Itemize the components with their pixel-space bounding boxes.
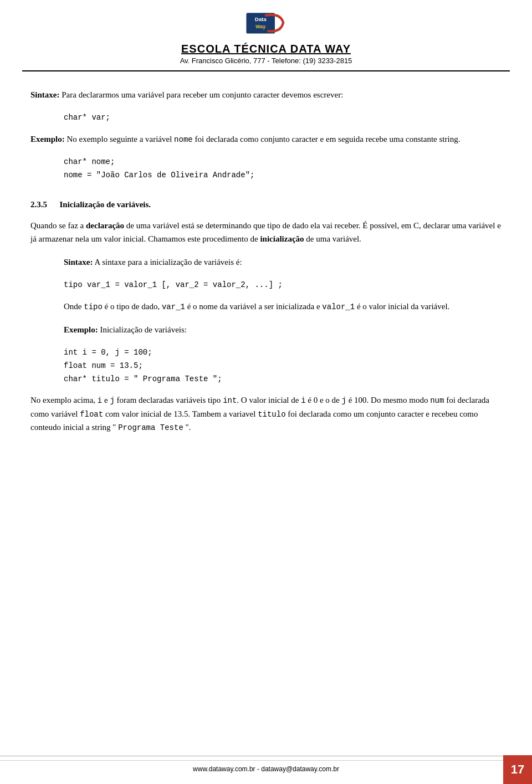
- exemplo-section: Exemplo: No exemplo seguinte a variável …: [30, 132, 502, 146]
- code-block-exemplo1: char* nome; nome = "João Carlos de Olive…: [64, 156, 502, 182]
- exemplo2-section: Exemplo: Inicialização de variáveis:: [64, 323, 502, 336]
- svg-text:Way: Way: [255, 24, 265, 29]
- section-235-heading: 2.3.5 Inicialização de variáveis.: [30, 198, 502, 211]
- noexemplo-float: float: [80, 410, 103, 419]
- sintaxe-intro-text: Para declararmos uma variável para receb…: [62, 90, 343, 99]
- school-subtitle: Av. Francisco Glicério, 777 - Telefone: …: [180, 57, 352, 65]
- noexemplo-j2: j: [342, 396, 346, 405]
- page-number: 17: [503, 755, 532, 784]
- noexemplo-section: No exemplo acima, i e j foram declaradas…: [30, 393, 502, 434]
- sintaxe-label: Sintaxe:: [30, 90, 60, 99]
- para1-bold: declaração: [86, 221, 126, 230]
- section-title: Inicialização de variáveis.: [60, 200, 151, 209]
- noexemplo-progtest: Programa Teste: [118, 423, 183, 432]
- onde-text3: é o nome da variável a ser inicializada …: [185, 302, 322, 311]
- footer-text: www.dataway.com.br - dataway@dataway.com…: [0, 760, 532, 778]
- exemplo-rest-text: foi declarada como conjunto caracter e e…: [195, 135, 460, 144]
- exemplo-intro-text: No exemplo seguinte a variável nome foi …: [66, 135, 460, 144]
- footer-content: www.dataway.com.br - dataway@dataway.com…: [0, 756, 532, 784]
- noexemplo-j: j: [110, 396, 114, 405]
- exemplo-label: Exemplo:: [30, 135, 65, 144]
- nome-var: nome: [174, 135, 193, 144]
- logo-area: Data Way ESCOLA TÉCNICA DATA WAY Av. Fra…: [22, 10, 510, 65]
- noexemplo-titulo: titulo: [258, 410, 285, 419]
- footer: www.dataway.com.br - dataway@dataway.com…: [0, 756, 532, 784]
- onde-text1: Onde: [64, 302, 84, 311]
- code-block-sintaxe2: tipo var_1 = valor_1 [, var_2 = valor_2,…: [64, 279, 502, 292]
- school-title: ESCOLA TÉCNICA DATA WAY: [181, 43, 351, 55]
- noexemplo-i: i: [98, 396, 102, 405]
- sintaxe-section: Sintaxe: Para declararmos uma variável p…: [30, 88, 502, 101]
- noexemplo-i2: i: [301, 396, 305, 405]
- logo-icon: Data Way: [244, 10, 288, 40]
- exemplo2-label: Exemplo:: [64, 325, 98, 334]
- noexemplo-num: num: [430, 396, 444, 405]
- onde-valor1: valor_1: [322, 303, 355, 311]
- noexemplo-text10: ".: [183, 423, 191, 432]
- noexemplo-text3: foram declaradas variáveis tipo: [115, 396, 223, 404]
- sintaxe2-section: Sintaxe: A sintaxe para a inicialização …: [64, 255, 502, 269]
- onde-tipo: tipo: [84, 303, 103, 311]
- paragraph-1: Quando se faz a declaração de uma variáv…: [30, 219, 502, 245]
- svg-text:Data: Data: [255, 16, 267, 22]
- noexemplo-text5: é 0 e o de: [306, 396, 342, 404]
- para1-rest2: de uma variável.: [306, 234, 361, 243]
- sintaxe2-intro: A sintaxe para a inicialização de variáv…: [94, 258, 242, 267]
- header: Data Way ESCOLA TÉCNICA DATA WAY Av. Fra…: [22, 0, 510, 71]
- onde-section: Onde tipo é o tipo de dado, var_1 é o no…: [64, 300, 502, 313]
- noexemplo-int: int: [223, 396, 237, 405]
- noexemplo-text6: é 100. Do mesmo modo: [346, 396, 430, 404]
- noexemplo-text4: . O valor inicial de: [237, 396, 301, 404]
- onde-var1: var_1: [162, 303, 185, 311]
- sintaxe2-label: Sintaxe:: [64, 258, 93, 267]
- noexemplo-text8: com valor inicial de 13.5. Tambem a vari…: [103, 409, 258, 418]
- onde-text2: é o tipo de dado,: [103, 302, 162, 311]
- code-block-sintaxe: char* var;: [64, 111, 502, 125]
- section-num: 2.3.5: [30, 200, 47, 209]
- onde-text4: é o valor inicial da variável.: [355, 302, 449, 311]
- main-content: Sintaxe: Para declararmos uma variável p…: [0, 71, 532, 478]
- para1-bold2: inicialização: [260, 234, 306, 243]
- noexemplo-text2: e: [102, 396, 110, 404]
- code-block-exemplo2: int i = 0, j = 100; float num = 13.5; ch…: [64, 346, 502, 386]
- noexemplo-text1: No exemplo acima,: [30, 396, 98, 404]
- para1-text: Quando se faz a: [30, 221, 84, 230]
- exemplo2-intro: Inicialização de variáveis:: [100, 325, 187, 334]
